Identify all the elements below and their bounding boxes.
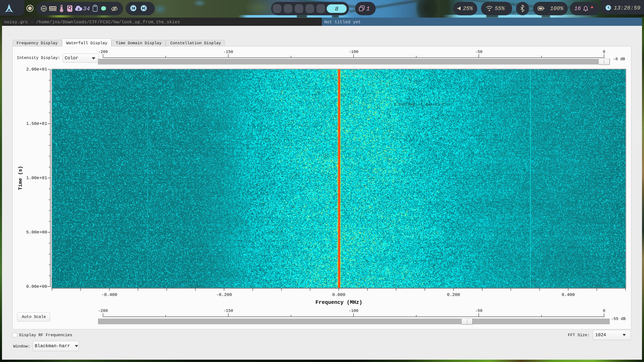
svg-text:64: 64 [42, 7, 45, 10]
